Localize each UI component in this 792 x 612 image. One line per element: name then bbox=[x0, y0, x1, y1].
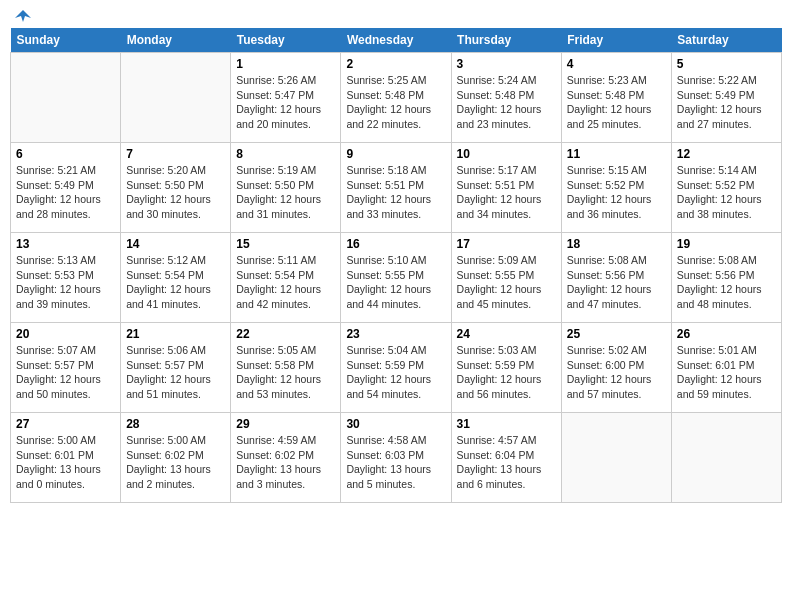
calendar-cell: 8Sunrise: 5:19 AM Sunset: 5:50 PM Daylig… bbox=[231, 143, 341, 233]
day-info: Sunrise: 5:20 AM Sunset: 5:50 PM Dayligh… bbox=[126, 163, 225, 222]
day-number: 2 bbox=[346, 57, 445, 71]
calendar-cell: 4Sunrise: 5:23 AM Sunset: 5:48 PM Daylig… bbox=[561, 53, 671, 143]
day-number: 23 bbox=[346, 327, 445, 341]
day-info: Sunrise: 5:00 AM Sunset: 6:02 PM Dayligh… bbox=[126, 433, 225, 492]
day-info: Sunrise: 5:00 AM Sunset: 6:01 PM Dayligh… bbox=[16, 433, 115, 492]
day-number: 25 bbox=[567, 327, 666, 341]
day-info: Sunrise: 5:06 AM Sunset: 5:57 PM Dayligh… bbox=[126, 343, 225, 402]
day-number: 20 bbox=[16, 327, 115, 341]
svg-marker-0 bbox=[15, 10, 31, 22]
day-number: 31 bbox=[457, 417, 556, 431]
day-info: Sunrise: 4:58 AM Sunset: 6:03 PM Dayligh… bbox=[346, 433, 445, 492]
day-info: Sunrise: 5:18 AM Sunset: 5:51 PM Dayligh… bbox=[346, 163, 445, 222]
day-number: 24 bbox=[457, 327, 556, 341]
calendar-cell: 1Sunrise: 5:26 AM Sunset: 5:47 PM Daylig… bbox=[231, 53, 341, 143]
day-info: Sunrise: 5:23 AM Sunset: 5:48 PM Dayligh… bbox=[567, 73, 666, 132]
day-info: Sunrise: 5:04 AM Sunset: 5:59 PM Dayligh… bbox=[346, 343, 445, 402]
calendar-cell: 2Sunrise: 5:25 AM Sunset: 5:48 PM Daylig… bbox=[341, 53, 451, 143]
calendar-cell: 10Sunrise: 5:17 AM Sunset: 5:51 PM Dayli… bbox=[451, 143, 561, 233]
calendar-cell: 22Sunrise: 5:05 AM Sunset: 5:58 PM Dayli… bbox=[231, 323, 341, 413]
day-number: 29 bbox=[236, 417, 335, 431]
calendar-cell bbox=[671, 413, 781, 503]
day-number: 18 bbox=[567, 237, 666, 251]
day-info: Sunrise: 5:17 AM Sunset: 5:51 PM Dayligh… bbox=[457, 163, 556, 222]
day-number: 17 bbox=[457, 237, 556, 251]
calendar-table: SundayMondayTuesdayWednesdayThursdayFrid… bbox=[10, 28, 782, 503]
calendar-header-row: SundayMondayTuesdayWednesdayThursdayFrid… bbox=[11, 28, 782, 53]
calendar-cell: 21Sunrise: 5:06 AM Sunset: 5:57 PM Dayli… bbox=[121, 323, 231, 413]
day-number: 6 bbox=[16, 147, 115, 161]
day-info: Sunrise: 5:11 AM Sunset: 5:54 PM Dayligh… bbox=[236, 253, 335, 312]
calendar-cell: 27Sunrise: 5:00 AM Sunset: 6:01 PM Dayli… bbox=[11, 413, 121, 503]
day-info: Sunrise: 5:02 AM Sunset: 6:00 PM Dayligh… bbox=[567, 343, 666, 402]
day-info: Sunrise: 5:09 AM Sunset: 5:55 PM Dayligh… bbox=[457, 253, 556, 312]
calendar-cell: 20Sunrise: 5:07 AM Sunset: 5:57 PM Dayli… bbox=[11, 323, 121, 413]
calendar-cell: 3Sunrise: 5:24 AM Sunset: 5:48 PM Daylig… bbox=[451, 53, 561, 143]
day-info: Sunrise: 4:59 AM Sunset: 6:02 PM Dayligh… bbox=[236, 433, 335, 492]
calendar-cell: 31Sunrise: 4:57 AM Sunset: 6:04 PM Dayli… bbox=[451, 413, 561, 503]
calendar-week-row: 6Sunrise: 5:21 AM Sunset: 5:49 PM Daylig… bbox=[11, 143, 782, 233]
day-number: 22 bbox=[236, 327, 335, 341]
day-header-friday: Friday bbox=[561, 28, 671, 53]
calendar-cell: 30Sunrise: 4:58 AM Sunset: 6:03 PM Dayli… bbox=[341, 413, 451, 503]
calendar-cell: 11Sunrise: 5:15 AM Sunset: 5:52 PM Dayli… bbox=[561, 143, 671, 233]
day-info: Sunrise: 5:25 AM Sunset: 5:48 PM Dayligh… bbox=[346, 73, 445, 132]
calendar-cell: 17Sunrise: 5:09 AM Sunset: 5:55 PM Dayli… bbox=[451, 233, 561, 323]
calendar-cell bbox=[561, 413, 671, 503]
day-number: 7 bbox=[126, 147, 225, 161]
calendar-cell: 7Sunrise: 5:20 AM Sunset: 5:50 PM Daylig… bbox=[121, 143, 231, 233]
calendar-cell bbox=[121, 53, 231, 143]
calendar-cell: 9Sunrise: 5:18 AM Sunset: 5:51 PM Daylig… bbox=[341, 143, 451, 233]
calendar-cell: 5Sunrise: 5:22 AM Sunset: 5:49 PM Daylig… bbox=[671, 53, 781, 143]
page-header bbox=[10, 10, 782, 20]
day-info: Sunrise: 5:14 AM Sunset: 5:52 PM Dayligh… bbox=[677, 163, 776, 222]
day-info: Sunrise: 5:13 AM Sunset: 5:53 PM Dayligh… bbox=[16, 253, 115, 312]
day-header-tuesday: Tuesday bbox=[231, 28, 341, 53]
calendar-cell: 18Sunrise: 5:08 AM Sunset: 5:56 PM Dayli… bbox=[561, 233, 671, 323]
day-info: Sunrise: 4:57 AM Sunset: 6:04 PM Dayligh… bbox=[457, 433, 556, 492]
day-number: 16 bbox=[346, 237, 445, 251]
day-number: 27 bbox=[16, 417, 115, 431]
calendar-week-row: 1Sunrise: 5:26 AM Sunset: 5:47 PM Daylig… bbox=[11, 53, 782, 143]
day-info: Sunrise: 5:12 AM Sunset: 5:54 PM Dayligh… bbox=[126, 253, 225, 312]
calendar-cell: 23Sunrise: 5:04 AM Sunset: 5:59 PM Dayli… bbox=[341, 323, 451, 413]
day-number: 3 bbox=[457, 57, 556, 71]
calendar-cell: 19Sunrise: 5:08 AM Sunset: 5:56 PM Dayli… bbox=[671, 233, 781, 323]
day-info: Sunrise: 5:22 AM Sunset: 5:49 PM Dayligh… bbox=[677, 73, 776, 132]
calendar-cell: 15Sunrise: 5:11 AM Sunset: 5:54 PM Dayli… bbox=[231, 233, 341, 323]
day-header-wednesday: Wednesday bbox=[341, 28, 451, 53]
day-number: 1 bbox=[236, 57, 335, 71]
calendar-week-row: 13Sunrise: 5:13 AM Sunset: 5:53 PM Dayli… bbox=[11, 233, 782, 323]
calendar-cell: 12Sunrise: 5:14 AM Sunset: 5:52 PM Dayli… bbox=[671, 143, 781, 233]
day-info: Sunrise: 5:08 AM Sunset: 5:56 PM Dayligh… bbox=[567, 253, 666, 312]
day-number: 21 bbox=[126, 327, 225, 341]
day-number: 5 bbox=[677, 57, 776, 71]
calendar-cell: 26Sunrise: 5:01 AM Sunset: 6:01 PM Dayli… bbox=[671, 323, 781, 413]
day-info: Sunrise: 5:08 AM Sunset: 5:56 PM Dayligh… bbox=[677, 253, 776, 312]
calendar-week-row: 27Sunrise: 5:00 AM Sunset: 6:01 PM Dayli… bbox=[11, 413, 782, 503]
day-info: Sunrise: 5:01 AM Sunset: 6:01 PM Dayligh… bbox=[677, 343, 776, 402]
day-number: 9 bbox=[346, 147, 445, 161]
calendar-week-row: 20Sunrise: 5:07 AM Sunset: 5:57 PM Dayli… bbox=[11, 323, 782, 413]
day-number: 8 bbox=[236, 147, 335, 161]
day-number: 19 bbox=[677, 237, 776, 251]
calendar-cell: 13Sunrise: 5:13 AM Sunset: 5:53 PM Dayli… bbox=[11, 233, 121, 323]
day-header-saturday: Saturday bbox=[671, 28, 781, 53]
day-info: Sunrise: 5:26 AM Sunset: 5:47 PM Dayligh… bbox=[236, 73, 335, 132]
calendar-cell: 16Sunrise: 5:10 AM Sunset: 5:55 PM Dayli… bbox=[341, 233, 451, 323]
day-info: Sunrise: 5:10 AM Sunset: 5:55 PM Dayligh… bbox=[346, 253, 445, 312]
day-number: 11 bbox=[567, 147, 666, 161]
day-number: 10 bbox=[457, 147, 556, 161]
day-number: 14 bbox=[126, 237, 225, 251]
day-number: 15 bbox=[236, 237, 335, 251]
calendar-cell: 6Sunrise: 5:21 AM Sunset: 5:49 PM Daylig… bbox=[11, 143, 121, 233]
day-number: 13 bbox=[16, 237, 115, 251]
day-info: Sunrise: 5:21 AM Sunset: 5:49 PM Dayligh… bbox=[16, 163, 115, 222]
day-header-monday: Monday bbox=[121, 28, 231, 53]
day-number: 30 bbox=[346, 417, 445, 431]
calendar-cell: 25Sunrise: 5:02 AM Sunset: 6:00 PM Dayli… bbox=[561, 323, 671, 413]
day-info: Sunrise: 5:15 AM Sunset: 5:52 PM Dayligh… bbox=[567, 163, 666, 222]
day-header-sunday: Sunday bbox=[11, 28, 121, 53]
day-header-thursday: Thursday bbox=[451, 28, 561, 53]
day-number: 26 bbox=[677, 327, 776, 341]
